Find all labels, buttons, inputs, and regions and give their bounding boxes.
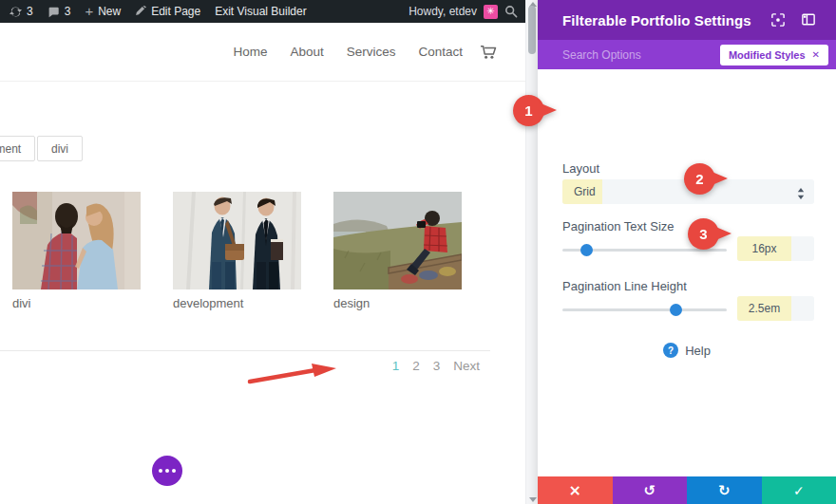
modified-value-highlight — [737, 236, 791, 261]
edit-page-label: Edit Page — [151, 5, 200, 18]
help-label: Help — [685, 344, 711, 358]
exit-builder-label: Exit Visual Builder — [215, 5, 307, 18]
panel-footer: × ↺ ↻ ✓ — [538, 476, 836, 504]
content-divider — [0, 350, 490, 351]
edit-page-menu[interactable]: Edit Page — [135, 5, 200, 18]
slider-thumb[interactable] — [580, 244, 593, 256]
page-settings-dots-button[interactable] — [152, 456, 182, 486]
modified-styles-label: Modified Styles — [729, 49, 806, 61]
page-2-link[interactable]: 2 — [412, 359, 420, 373]
panel-body: Layout Grid Pagination Text Size Paginat… — [538, 69, 836, 476]
callout-number: 3 — [699, 226, 707, 242]
panel-title: Filterable Portfolio Settings — [562, 12, 751, 28]
pagination-line-height-field[interactable] — [737, 296, 814, 321]
preview-scrollbar[interactable] — [525, 0, 538, 504]
layout-select-value: Grid — [562, 185, 596, 198]
updates-count: 3 — [27, 5, 33, 18]
comments-count: 3 — [65, 5, 71, 18]
question-mark-icon: ? — [663, 343, 678, 358]
undo-icon: ↺ — [643, 482, 656, 499]
undo-button[interactable]: ↺ — [613, 476, 688, 504]
panel-search-bar: Modified Styles ✕ — [538, 40, 836, 69]
pagination-line-height-input[interactable] — [741, 302, 788, 315]
redo-icon: ↻ — [718, 482, 731, 499]
updates-menu[interactable]: 3 — [10, 5, 33, 18]
pagination-line-height-slider[interactable] — [562, 308, 727, 311]
save-button[interactable]: ✓ — [762, 476, 836, 504]
new-label: New — [98, 5, 121, 18]
howdy-account-menu[interactable]: Howdy, etdev — [408, 5, 477, 18]
annotation-arrow — [247, 362, 338, 390]
callout-badge-2: 2 — [684, 163, 715, 195]
redo-button[interactable]: ↻ — [687, 476, 762, 504]
slider-thumb[interactable] — [670, 304, 682, 316]
avatar[interactable]: ✳ — [484, 5, 498, 19]
pagination-line-height-label: Pagination Line Height — [562, 279, 687, 293]
pagination-text-size-label: Pagination Text Size — [562, 219, 674, 233]
layout-field-label: Layout — [562, 161, 599, 176]
nav-link-about[interactable]: About — [290, 45, 323, 59]
portfolio-item: development — [173, 192, 301, 310]
page-1-link[interactable]: 1 — [392, 359, 400, 373]
portfolio-grid: divi — [12, 192, 462, 310]
panel-header: Filterable Portfolio Settings — [538, 0, 836, 40]
modified-value-highlight: Grid — [562, 179, 602, 204]
modified-value-highlight — [737, 296, 791, 321]
callout-badge-1: 1 — [513, 95, 544, 126]
scrollbar-thumb[interactable] — [528, 6, 536, 54]
callout-badge-3: 3 — [688, 218, 719, 250]
scroll-down-arrow[interactable] — [529, 497, 537, 502]
portfolio-thumb-photographer[interactable] — [333, 192, 462, 289]
pagination-text-size-input[interactable] — [741, 242, 788, 255]
wp-admin-bar: 3 3 + New Edit Page Exit Visual Builder — [0, 0, 525, 23]
portfolio-thumb-suits[interactable] — [173, 192, 301, 289]
check-icon: ✓ — [793, 483, 805, 498]
pagination: 1 2 3 Next — [392, 359, 480, 373]
nav-link-contact[interactable]: Contact — [418, 45, 463, 59]
portfolio-thumb-couple[interactable] — [12, 192, 141, 289]
portfolio-label[interactable]: divi — [12, 296, 141, 310]
updates-icon — [10, 6, 22, 18]
search-icon[interactable] — [504, 5, 518, 18]
visual-builder-screen: 3 3 + New Edit Page Exit Visual Builder — [0, 0, 836, 504]
comment-bubble-icon — [48, 6, 60, 18]
comments-menu[interactable]: 3 — [48, 5, 71, 18]
new-menu[interactable]: + New — [85, 5, 121, 18]
site-header: Home About Services Contact — [0, 23, 525, 82]
pencil-icon — [135, 6, 146, 17]
cancel-button[interactable]: × — [538, 476, 613, 504]
nav-link-services[interactable]: Services — [347, 45, 396, 59]
portfolio-item: design — [333, 192, 462, 310]
page-3-link[interactable]: 3 — [433, 359, 441, 373]
exit-visual-builder-menu[interactable]: Exit Visual Builder — [215, 5, 307, 18]
select-updown-icon — [797, 186, 805, 203]
cart-icon[interactable] — [480, 45, 497, 60]
next-page-link[interactable]: Next — [453, 359, 480, 373]
focus-mode-icon[interactable] — [771, 13, 785, 27]
filter-button-divi[interactable]: divi — [37, 136, 83, 161]
x-icon: × — [569, 481, 581, 499]
plus-icon: + — [85, 4, 93, 18]
portfolio-item: divi — [12, 192, 141, 310]
nav-link-home[interactable]: Home — [233, 45, 267, 59]
filter-button-development[interactable]: pment — [0, 136, 35, 161]
pagination-text-size-field[interactable] — [737, 236, 814, 261]
close-icon[interactable]: ✕ — [812, 49, 820, 60]
callout-number: 1 — [524, 103, 532, 119]
modified-styles-filter[interactable]: Modified Styles ✕ — [720, 45, 828, 65]
filterable-portfolio-settings-panel: Filterable Portfolio Settings — [538, 0, 836, 504]
help-link[interactable]: ? Help — [538, 343, 836, 358]
portfolio-label[interactable]: development — [173, 296, 301, 310]
callout-number: 2 — [695, 171, 703, 187]
search-options-input[interactable] — [562, 48, 720, 62]
portfolio-label[interactable]: design — [333, 296, 462, 310]
panel-layout-icon[interactable] — [802, 13, 815, 27]
site-preview: 3 3 + New Edit Page Exit Visual Builder — [0, 0, 525, 504]
